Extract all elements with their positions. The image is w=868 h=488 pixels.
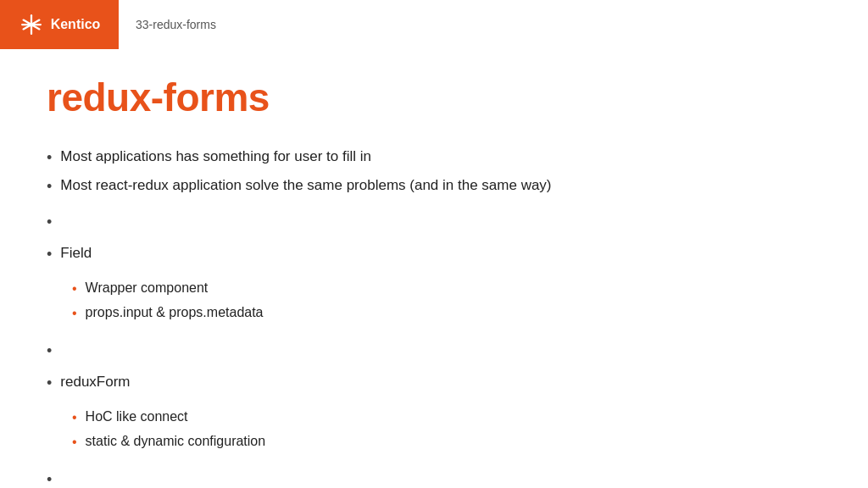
list-item-readon: • Read on: https://redux-form.com/7.0.1/… [47,468,821,488]
sub-bullet-text-static: static & dynamic configuration [86,431,266,452]
slide-heading: redux-forms [47,75,821,120]
list-item: Most applications has something for user… [47,146,821,169]
bullet-list: Most applications has something for user… [47,146,821,488]
bullet-text: Most react-redux application solve the s… [60,175,821,197]
logo-bar: Kentico [0,0,119,49]
list-item-field: • Field Wrapper component props.input & … [47,210,821,327]
list-item: Wrapper component [47,278,264,299]
sub-list-field: Wrapper component props.input & props.me… [47,278,264,327]
list-item-reduxform: • reduxForm HoC like connect static & dy… [47,339,821,456]
header: Kentico 33-redux-forms [0,0,868,49]
main-content: redux-forms Most applications has someth… [0,49,868,488]
sub-list-reduxform: HoC like connect static & dynamic config… [47,407,265,456]
sub-bullet-text: props.input & props.metadata [86,302,264,323]
bullet-text: Most applications has something for user… [60,146,821,168]
kentico-snowflake-icon [19,12,44,37]
list-item: HoC like connect [47,407,265,428]
bullet-text-reduxform: reduxForm [60,371,130,393]
sub-bullet-text-hoc: HoC like connect [86,407,188,427]
logo-text: Kentico [51,17,101,32]
sub-bullet-text: Wrapper component [86,278,209,298]
list-item: props.input & props.metadata [47,302,264,324]
list-item: static & dynamic configuration [47,431,265,452]
list-item: Most react-redux application solve the s… [47,175,821,198]
slide-id: 33-redux-forms [136,18,216,31]
bullet-text-field: Field [60,242,92,264]
